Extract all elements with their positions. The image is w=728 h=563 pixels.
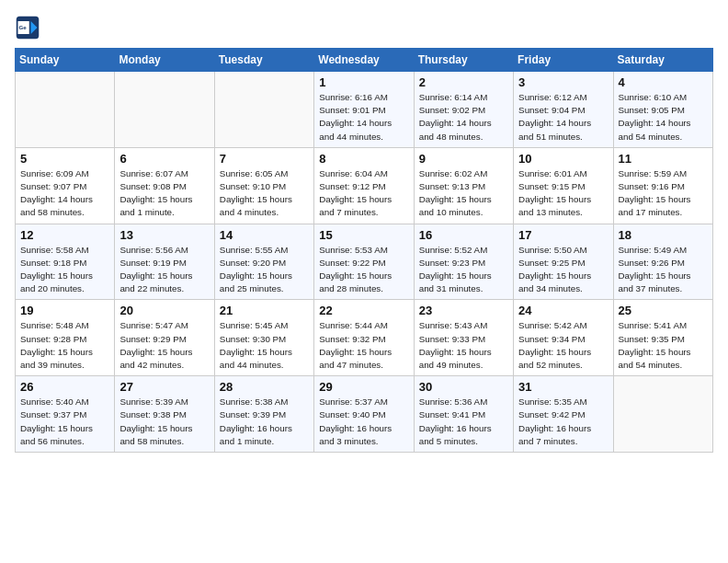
day-info: Sunrise: 5:41 AM Sunset: 9:35 PM Dayligh… bbox=[619, 319, 708, 372]
day-info: Sunrise: 5:52 AM Sunset: 9:23 PM Dayligh… bbox=[419, 244, 508, 296]
calendar-cell: 3Sunrise: 6:12 AM Sunset: 9:04 PM Daylig… bbox=[514, 72, 613, 148]
calendar-week-row: 26Sunrise: 5:40 AM Sunset: 9:37 PM Dayli… bbox=[16, 376, 713, 453]
calendar-cell: 20Sunrise: 5:47 AM Sunset: 9:29 PM Dayli… bbox=[115, 300, 214, 376]
calendar-cell: 23Sunrise: 5:43 AM Sunset: 9:33 PM Dayli… bbox=[414, 300, 513, 376]
day-number: 20 bbox=[119, 304, 209, 317]
day-number: 28 bbox=[220, 380, 309, 394]
calendar-cell: 28Sunrise: 5:38 AM Sunset: 9:39 PM Dayli… bbox=[214, 376, 313, 453]
calendar-cell: 9Sunrise: 6:02 AM Sunset: 9:13 PM Daylig… bbox=[414, 147, 513, 224]
calendar-cell: 1Sunrise: 6:16 AM Sunset: 9:01 PM Daylig… bbox=[314, 72, 414, 148]
calendar-cell: 14Sunrise: 5:55 AM Sunset: 9:20 PM Dayli… bbox=[214, 224, 313, 300]
calendar-cell: 17Sunrise: 5:50 AM Sunset: 9:25 PM Dayli… bbox=[514, 224, 613, 300]
day-number: 23 bbox=[419, 304, 508, 317]
day-number: 7 bbox=[220, 152, 309, 166]
day-info: Sunrise: 5:55 AM Sunset: 9:20 PM Dayligh… bbox=[220, 244, 309, 296]
day-number: 10 bbox=[518, 152, 608, 166]
column-header-tuesday: Tuesday bbox=[214, 49, 313, 72]
day-info: Sunrise: 6:07 AM Sunset: 9:08 PM Dayligh… bbox=[119, 167, 209, 220]
calendar-cell: 24Sunrise: 5:42 AM Sunset: 9:34 PM Dayli… bbox=[514, 300, 613, 376]
calendar-cell: 30Sunrise: 5:36 AM Sunset: 9:41 PM Dayli… bbox=[414, 376, 513, 453]
day-number: 29 bbox=[319, 380, 408, 394]
day-number: 22 bbox=[319, 304, 408, 317]
day-info: Sunrise: 6:12 AM Sunset: 9:04 PM Dayligh… bbox=[518, 91, 608, 144]
calendar-cell: 21Sunrise: 5:45 AM Sunset: 9:30 PM Dayli… bbox=[214, 300, 313, 376]
day-info: Sunrise: 5:42 AM Sunset: 9:34 PM Dayligh… bbox=[518, 319, 608, 372]
day-number: 31 bbox=[518, 380, 608, 394]
day-info: Sunrise: 5:48 AM Sunset: 9:28 PM Dayligh… bbox=[20, 319, 109, 372]
day-number: 27 bbox=[119, 380, 209, 394]
day-info: Sunrise: 5:58 AM Sunset: 9:18 PM Dayligh… bbox=[20, 244, 109, 296]
day-info: Sunrise: 5:37 AM Sunset: 9:40 PM Dayligh… bbox=[319, 396, 408, 448]
calendar-week-row: 5Sunrise: 6:09 AM Sunset: 9:07 PM Daylig… bbox=[16, 147, 713, 224]
day-number: 4 bbox=[619, 75, 708, 89]
day-info: Sunrise: 5:40 AM Sunset: 9:37 PM Dayligh… bbox=[20, 396, 109, 448]
calendar-cell: 5Sunrise: 6:09 AM Sunset: 9:07 PM Daylig… bbox=[16, 147, 115, 224]
day-number: 25 bbox=[619, 304, 708, 317]
day-number: 3 bbox=[518, 75, 608, 89]
day-number: 1 bbox=[319, 75, 408, 89]
column-header-wednesday: Wednesday bbox=[314, 49, 414, 72]
calendar-cell: 10Sunrise: 6:01 AM Sunset: 9:15 PM Dayli… bbox=[514, 147, 613, 224]
column-header-saturday: Saturday bbox=[613, 49, 712, 72]
calendar-cell bbox=[16, 72, 115, 148]
calendar-cell: 16Sunrise: 5:52 AM Sunset: 9:23 PM Dayli… bbox=[414, 224, 513, 300]
calendar-cell: 19Sunrise: 5:48 AM Sunset: 9:28 PM Dayli… bbox=[16, 300, 115, 376]
day-number: 8 bbox=[319, 152, 408, 166]
calendar-week-row: 12Sunrise: 5:58 AM Sunset: 9:18 PM Dayli… bbox=[16, 224, 713, 300]
day-number: 6 bbox=[119, 152, 209, 166]
calendar-cell bbox=[214, 72, 313, 148]
day-number: 15 bbox=[319, 228, 408, 242]
calendar-cell: 6Sunrise: 6:07 AM Sunset: 9:08 PM Daylig… bbox=[115, 147, 214, 224]
day-number: 18 bbox=[619, 228, 708, 242]
day-number: 21 bbox=[220, 304, 309, 317]
day-info: Sunrise: 5:38 AM Sunset: 9:39 PM Dayligh… bbox=[220, 396, 309, 448]
day-number: 19 bbox=[20, 304, 109, 317]
day-number: 9 bbox=[419, 152, 508, 166]
day-number: 17 bbox=[518, 228, 608, 242]
day-number: 24 bbox=[518, 304, 608, 317]
calendar-cell: 15Sunrise: 5:53 AM Sunset: 9:22 PM Dayli… bbox=[314, 224, 414, 300]
day-info: Sunrise: 5:44 AM Sunset: 9:32 PM Dayligh… bbox=[319, 319, 408, 372]
day-number: 26 bbox=[20, 380, 109, 394]
day-info: Sunrise: 6:05 AM Sunset: 9:10 PM Dayligh… bbox=[220, 167, 309, 220]
calendar-cell: 11Sunrise: 5:59 AM Sunset: 9:16 PM Dayli… bbox=[613, 147, 712, 224]
day-info: Sunrise: 6:04 AM Sunset: 9:12 PM Dayligh… bbox=[319, 167, 408, 220]
column-header-thursday: Thursday bbox=[414, 49, 513, 72]
day-number: 13 bbox=[119, 228, 209, 242]
day-number: 30 bbox=[419, 380, 508, 394]
day-info: Sunrise: 6:14 AM Sunset: 9:02 PM Dayligh… bbox=[419, 91, 508, 144]
svg-text:Ge: Ge bbox=[18, 24, 27, 30]
day-info: Sunrise: 5:49 AM Sunset: 9:26 PM Dayligh… bbox=[619, 244, 708, 296]
day-info: Sunrise: 5:35 AM Sunset: 9:42 PM Dayligh… bbox=[518, 396, 608, 448]
day-info: Sunrise: 5:50 AM Sunset: 9:25 PM Dayligh… bbox=[518, 244, 608, 296]
column-header-monday: Monday bbox=[115, 49, 214, 72]
calendar-header: SundayMondayTuesdayWednesdayThursdayFrid… bbox=[16, 49, 713, 72]
day-number: 11 bbox=[619, 152, 708, 166]
day-number: 16 bbox=[419, 228, 508, 242]
calendar-cell: 27Sunrise: 5:39 AM Sunset: 9:38 PM Dayli… bbox=[115, 376, 214, 453]
day-info: Sunrise: 6:02 AM Sunset: 9:13 PM Dayligh… bbox=[419, 167, 508, 220]
calendar-cell: 13Sunrise: 5:56 AM Sunset: 9:19 PM Dayli… bbox=[115, 224, 214, 300]
day-info: Sunrise: 5:56 AM Sunset: 9:19 PM Dayligh… bbox=[119, 244, 209, 296]
day-info: Sunrise: 5:53 AM Sunset: 9:22 PM Dayligh… bbox=[319, 244, 408, 296]
calendar-cell: 29Sunrise: 5:37 AM Sunset: 9:40 PM Dayli… bbox=[314, 376, 414, 453]
logo-icon: Ge bbox=[15, 15, 40, 40]
calendar-cell: 31Sunrise: 5:35 AM Sunset: 9:42 PM Dayli… bbox=[514, 376, 613, 453]
calendar-week-row: 19Sunrise: 5:48 AM Sunset: 9:28 PM Dayli… bbox=[16, 300, 713, 376]
calendar-cell: 22Sunrise: 5:44 AM Sunset: 9:32 PM Dayli… bbox=[314, 300, 414, 376]
page-header: Ge bbox=[15, 15, 713, 40]
calendar-cell bbox=[115, 72, 214, 148]
calendar-cell: 12Sunrise: 5:58 AM Sunset: 9:18 PM Dayli… bbox=[16, 224, 115, 300]
calendar-cell: 18Sunrise: 5:49 AM Sunset: 9:26 PM Dayli… bbox=[613, 224, 712, 300]
column-header-sunday: Sunday bbox=[16, 49, 115, 72]
day-info: Sunrise: 6:01 AM Sunset: 9:15 PM Dayligh… bbox=[518, 167, 608, 220]
calendar-cell: 26Sunrise: 5:40 AM Sunset: 9:37 PM Dayli… bbox=[16, 376, 115, 453]
day-info: Sunrise: 5:47 AM Sunset: 9:29 PM Dayligh… bbox=[119, 319, 209, 372]
day-number: 5 bbox=[20, 152, 109, 166]
day-info: Sunrise: 5:45 AM Sunset: 9:30 PM Dayligh… bbox=[220, 319, 309, 372]
day-info: Sunrise: 6:10 AM Sunset: 9:05 PM Dayligh… bbox=[619, 91, 708, 144]
calendar-table: SundayMondayTuesdayWednesdayThursdayFrid… bbox=[15, 48, 713, 453]
calendar-cell: 7Sunrise: 6:05 AM Sunset: 9:10 PM Daylig… bbox=[214, 147, 313, 224]
day-number: 14 bbox=[220, 228, 309, 242]
calendar-cell bbox=[613, 376, 712, 453]
